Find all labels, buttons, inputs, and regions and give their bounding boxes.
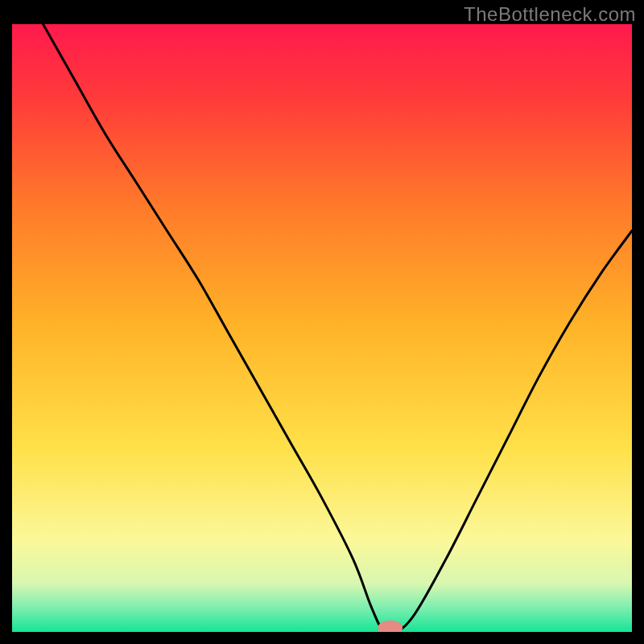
chart-frame: TheBottleneck.com (0, 0, 644, 644)
gradient-rect (12, 24, 632, 632)
watermark-text: TheBottleneck.com (464, 3, 636, 26)
plot-area (12, 24, 632, 632)
bottleneck-chart-svg (12, 24, 632, 632)
